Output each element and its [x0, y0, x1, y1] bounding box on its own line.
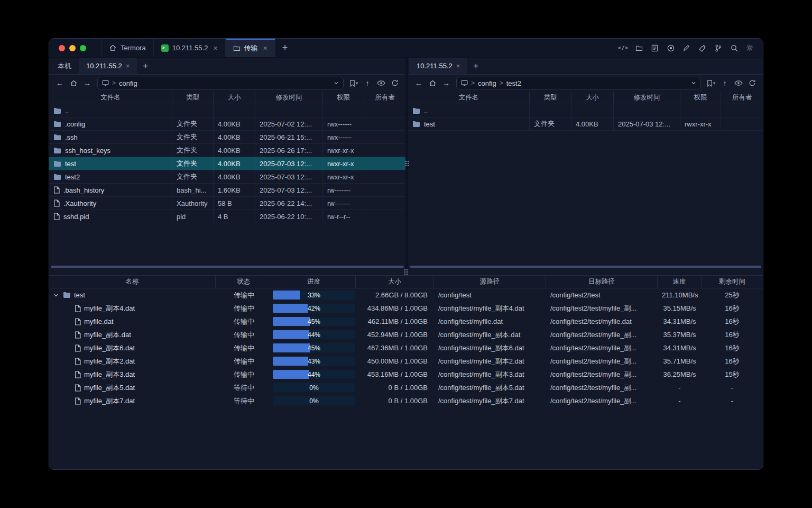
tab-termora[interactable]: Termora: [101, 39, 154, 57]
type-column-header[interactable]: 类型: [530, 92, 571, 104]
file-type-cell: Xauthority: [172, 197, 214, 210]
git-branch-icon[interactable]: [712, 42, 724, 54]
horizontal-splitter[interactable]: [49, 269, 763, 275]
home-icon[interactable]: [426, 77, 439, 89]
size-column-header[interactable]: 大小: [214, 92, 255, 104]
target-column-header[interactable]: 目标路径: [546, 276, 658, 288]
mtime-column-header[interactable]: 修改时间: [614, 92, 680, 104]
transfer-table-header: 名称状态进度大小源路径目标路径速度剩余时间: [49, 276, 763, 288]
chevron-down-icon[interactable]: [334, 80, 339, 86]
new-tab-button[interactable]: +: [137, 58, 154, 74]
record-icon[interactable]: [665, 42, 677, 54]
perm-column-header[interactable]: 权限: [323, 92, 364, 104]
source-column-header[interactable]: 源路径: [434, 276, 546, 288]
eye-icon[interactable]: [732, 77, 745, 89]
file-row[interactable]: test文件夹4.00KB2025-07-03 12:...rwxr-xr-x: [408, 117, 763, 131]
owner-column-header[interactable]: 所有者: [364, 92, 405, 104]
back-arrow-icon[interactable]: ←: [412, 77, 425, 89]
mtime-column-header[interactable]: 修改时间: [255, 92, 323, 104]
file-row[interactable]: .config文件夹4.00KB2025-07-02 12:...rwx----…: [49, 117, 405, 131]
file-row[interactable]: test2文件夹4.00KB2025-07-03 12:...rwxr-xr-x: [49, 170, 405, 184]
transfer-row[interactable]: myfile_副本5.dat等待中0%0 B / 1.00GB/config/t…: [49, 381, 763, 394]
file-row[interactable]: .XauthorityXauthority58 B2025-06-22 14:.…: [49, 197, 405, 210]
chevron-down-icon[interactable]: [52, 293, 60, 298]
breadcrumb-segment[interactable]: test2: [506, 79, 521, 87]
tab-transfer[interactable]: 传输 ×: [226, 39, 275, 57]
path-breadcrumb[interactable]: >config: [97, 77, 344, 89]
size-column-header[interactable]: 大小: [571, 92, 614, 104]
transfer-row[interactable]: myfile_副本2.dat传输中43%450.00MB / 1.00GB/co…: [49, 355, 763, 368]
file-name-cell: test2: [49, 170, 172, 183]
refresh-icon[interactable]: [746, 77, 759, 89]
flashlight-icon[interactable]: [696, 42, 708, 54]
panel-tab-0[interactable]: 10.211.55.2×: [409, 58, 467, 74]
progress-column-header[interactable]: 进度: [272, 276, 356, 288]
file-row[interactable]: .ssh文件夹4.00KB2025-06-21 15:...rwx------: [49, 131, 405, 144]
search-icon[interactable]: [728, 42, 740, 54]
progress-bar: 0%: [273, 396, 355, 405]
panel-tab-0[interactable]: 本机: [50, 58, 79, 74]
back-arrow-icon[interactable]: ←: [53, 77, 66, 89]
file-row[interactable]: .bash_historybash_hi...1.60KB2025-07-03 …: [49, 184, 405, 197]
filename-column-header[interactable]: 文件名: [408, 92, 530, 104]
transfer-row[interactable]: myfile_副本.dat传输中44%452.94MB / 1.00GB/con…: [49, 328, 763, 341]
parent-directory-icon[interactable]: ↑: [718, 77, 731, 89]
transfer-target-cell: /config/test2/test/myfile_副...: [546, 343, 658, 353]
name-column-header[interactable]: 名称: [49, 276, 216, 288]
close-tab-icon[interactable]: ×: [263, 44, 267, 52]
size-column-header[interactable]: 大小: [356, 276, 434, 288]
eye-icon[interactable]: [375, 77, 387, 89]
horizontal-scrollbar[interactable]: [51, 266, 404, 268]
filename-column-header[interactable]: 文件名: [49, 92, 172, 104]
folder-icon[interactable]: [633, 42, 645, 54]
path-breadcrumb[interactable]: >config>test2: [456, 77, 701, 89]
file-table: ..test文件夹4.00KB2025-07-03 12:...rwxr-xr-…: [408, 104, 763, 269]
parent-directory-icon[interactable]: ↑: [361, 77, 374, 89]
file-icon: [53, 199, 60, 207]
file-row[interactable]: test文件夹4.00KB2025-07-03 12:...rwxr-xr-x: [49, 157, 405, 170]
breadcrumb-segment[interactable]: config: [119, 79, 137, 87]
file-perm-cell: rwx------: [323, 117, 364, 130]
zoom-window-button[interactable]: [80, 45, 86, 51]
speed-column-header[interactable]: 速度: [658, 276, 702, 288]
transfer-row[interactable]: myfile_副本6.dat传输中45%467.36MB / 1.00GB/co…: [49, 341, 763, 355]
owner-column-header[interactable]: 所有者: [721, 92, 763, 104]
new-tab-button[interactable]: +: [275, 39, 295, 57]
file-row[interactable]: ssh_host_keys文件夹4.00KB2025-06-26 17:...r…: [49, 144, 405, 157]
bookmark-button[interactable]: ▾: [347, 77, 360, 89]
code-icon[interactable]: </>: [617, 42, 629, 54]
forward-arrow-icon[interactable]: →: [440, 77, 453, 89]
tab-label: Termora: [121, 44, 146, 52]
refresh-icon[interactable]: [389, 77, 401, 89]
transfer-row[interactable]: myfile.dat传输中45%462.11MB / 1.00GB/config…: [49, 315, 763, 328]
forward-arrow-icon[interactable]: →: [81, 77, 94, 89]
panel-tab-1[interactable]: 10.211.55.2×: [79, 58, 137, 74]
perm-column-header[interactable]: 权限: [680, 92, 721, 104]
type-column-header[interactable]: 类型: [172, 92, 214, 104]
close-window-button[interactable]: [59, 45, 65, 51]
breadcrumb-segment[interactable]: config: [478, 79, 496, 87]
bookmark-button[interactable]: ▾: [705, 77, 717, 89]
transfer-row[interactable]: myfile_副本3.dat传输中44%453.16MB / 1.00GB/co…: [49, 368, 763, 381]
file-row[interactable]: sshd.pidpid4 B2025-06-22 10:...rw-r--r--: [49, 210, 405, 223]
tab-host[interactable]: >_ 10.211.55.2 ×: [154, 39, 226, 57]
transfer-name: myfile_副本7.dat: [84, 396, 135, 406]
status-column-header[interactable]: 状态: [216, 276, 272, 288]
close-tab-icon[interactable]: ×: [126, 62, 130, 70]
log-icon[interactable]: [649, 42, 661, 54]
transfer-row[interactable]: myfile_副本7.dat等待中0%0 B / 1.00GB/config/t…: [49, 394, 763, 407]
close-tab-icon[interactable]: ×: [456, 62, 460, 70]
chevron-down-icon[interactable]: [691, 80, 696, 86]
horizontal-scrollbar[interactable]: [410, 266, 761, 268]
home-icon[interactable]: [67, 77, 80, 89]
close-tab-icon[interactable]: ×: [213, 44, 217, 52]
file-row[interactable]: ..: [49, 104, 405, 117]
transfer-row[interactable]: myfile_副本4.dat传输中42%434.86MB / 1.00GB/co…: [49, 302, 763, 315]
settings-icon[interactable]: [744, 42, 756, 54]
edit-icon[interactable]: [680, 42, 693, 54]
minimize-window-button[interactable]: [69, 45, 76, 51]
new-tab-button[interactable]: +: [467, 58, 484, 74]
file-row[interactable]: ..: [408, 104, 763, 117]
eta-column-header[interactable]: 剩余时间: [702, 276, 763, 288]
transfer-row[interactable]: test传输中33%2.66GB / 8.00GB/config/test/co…: [49, 288, 763, 302]
